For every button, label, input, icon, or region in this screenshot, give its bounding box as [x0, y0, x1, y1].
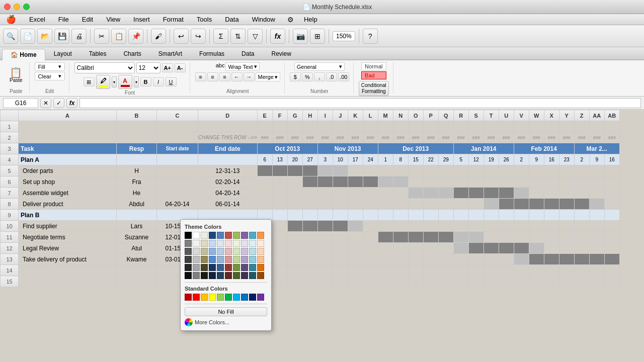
cell-H13[interactable]	[302, 254, 317, 265]
color-swatch[interactable]	[193, 248, 200, 255]
color-swatch[interactable]	[249, 256, 256, 263]
cell-Z6[interactable]	[574, 176, 589, 188]
confirm-formula-btn[interactable]: ✓	[53, 98, 64, 108]
cell-U6[interactable]	[499, 176, 514, 188]
tab-review[interactable]: Review	[263, 48, 299, 59]
cut-btn[interactable]: ✂	[94, 29, 109, 44]
cell-Z11[interactable]	[574, 232, 589, 243]
cell-G11[interactable]	[287, 232, 302, 243]
color-swatch[interactable]	[225, 272, 232, 279]
cell-P14[interactable]	[423, 265, 438, 276]
cell-E2[interactable]: ###	[257, 132, 272, 143]
cell-G4[interactable]: 20	[287, 154, 302, 165]
cell-V7[interactable]	[514, 188, 529, 199]
cell-W13[interactable]	[529, 254, 544, 265]
cell-H4[interactable]: 27	[302, 154, 317, 165]
number-format-selector[interactable]: General ▾	[294, 62, 345, 71]
cell-AB7[interactable]	[604, 188, 619, 199]
cell-N11[interactable]	[393, 232, 408, 243]
cell-D4[interactable]	[198, 154, 258, 165]
col-header-M[interactable]: M	[378, 110, 393, 121]
cell-M9[interactable]	[378, 210, 393, 221]
menu-tools[interactable]: Tools	[194, 15, 215, 24]
cell-L13[interactable]	[363, 254, 378, 265]
menu-view[interactable]: View	[103, 15, 123, 24]
color-swatch[interactable]	[217, 232, 224, 239]
cell-B3[interactable]: Resp	[117, 143, 157, 154]
increase-decimal-btn[interactable]: .0	[326, 72, 337, 81]
indent-more-btn[interactable]: →	[244, 72, 255, 81]
cell-mar2014-header[interactable]: Mar 2...	[574, 143, 619, 154]
cell-nov2013-header[interactable]: Nov 2013	[317, 143, 378, 154]
cell-O15[interactable]	[408, 276, 423, 287]
col-header-C[interactable]: C	[157, 110, 198, 121]
align-right-btn[interactable]: ≡	[219, 72, 230, 81]
cell-Y5[interactable]	[559, 165, 574, 176]
cell-K11[interactable]	[348, 232, 363, 243]
color-swatch[interactable]	[193, 264, 200, 271]
cell-T1[interactable]	[484, 121, 499, 132]
cell-I5[interactable]	[317, 165, 333, 176]
cell-J14[interactable]	[333, 265, 348, 276]
merge-selector[interactable]: Merge ▾	[256, 72, 280, 81]
cell-AB10[interactable]	[604, 221, 619, 232]
color-swatch-red-dark[interactable]	[185, 294, 192, 301]
cell-U8[interactable]	[499, 199, 514, 210]
color-swatch[interactable]	[209, 256, 216, 263]
col-header-I[interactable]: I	[317, 110, 333, 121]
cell-G8[interactable]	[287, 199, 302, 210]
color-swatch[interactable]	[185, 272, 192, 279]
cell-X6[interactable]	[544, 176, 559, 188]
cell-G1[interactable]	[287, 121, 302, 132]
cell-A6[interactable]: Set up shop	[19, 176, 117, 188]
cell-K4[interactable]: 17	[348, 154, 363, 165]
cell-N15[interactable]	[393, 276, 408, 287]
cell-R11[interactable]	[453, 232, 468, 243]
cell-P13[interactable]	[423, 254, 438, 265]
cell-R14[interactable]	[453, 265, 468, 276]
col-header-Q[interactable]: Q	[438, 110, 453, 121]
col-header-G[interactable]: G	[287, 110, 302, 121]
cell-X13[interactable]	[544, 254, 559, 265]
color-swatch[interactable]	[241, 272, 248, 279]
color-swatch[interactable]	[233, 240, 240, 247]
cell-AB6[interactable]	[604, 176, 619, 188]
cell-Z5[interactable]	[574, 165, 589, 176]
cell-F1[interactable]	[272, 121, 287, 132]
cell-U12[interactable]	[499, 243, 514, 254]
cell-E1[interactable]	[257, 121, 272, 132]
cell-K1[interactable]	[348, 121, 363, 132]
cell-J11[interactable]	[333, 232, 348, 243]
cell-AB1[interactable]	[604, 121, 619, 132]
cell-J15[interactable]	[333, 276, 348, 287]
cell-Z10[interactable]	[574, 221, 589, 232]
col-header-L[interactable]: L	[363, 110, 378, 121]
cell-I4[interactable]: 3	[317, 154, 333, 165]
col-header-F[interactable]: F	[272, 110, 287, 121]
cell-F2[interactable]: ###	[272, 132, 287, 143]
cell-G12[interactable]	[287, 243, 302, 254]
cell-L12[interactable]	[363, 243, 378, 254]
cell-F12[interactable]	[272, 243, 287, 254]
cell-oct2013-header[interactable]: Oct 2013	[257, 143, 317, 154]
cell-dec2013-header[interactable]: Dec 2013	[378, 143, 453, 154]
cell-T9[interactable]	[484, 210, 499, 221]
cell-feb2014-header[interactable]: Feb 2014	[514, 143, 574, 154]
cell-Q14[interactable]	[438, 265, 453, 276]
col-header-V[interactable]: V	[514, 110, 529, 121]
conditional-formatting-btn[interactable]: ConditionalFormatting	[359, 81, 389, 96]
color-swatch[interactable]	[185, 248, 192, 255]
cell-I6[interactable]	[317, 176, 333, 188]
cell-N12[interactable]	[393, 243, 408, 254]
cell-M14[interactable]	[378, 265, 393, 276]
color-swatch[interactable]	[193, 272, 200, 279]
format-normal-style[interactable]: Normal	[361, 62, 386, 70]
cell-Q13[interactable]	[438, 254, 453, 265]
cell-AA4[interactable]: 9	[589, 154, 604, 165]
color-swatch[interactable]	[201, 232, 208, 239]
percent-btn[interactable]: %	[302, 72, 313, 81]
cell-R8[interactable]	[453, 199, 468, 210]
cell-K14[interactable]	[348, 265, 363, 276]
cell-R9[interactable]	[453, 210, 468, 221]
cell-O12[interactable]	[408, 243, 423, 254]
